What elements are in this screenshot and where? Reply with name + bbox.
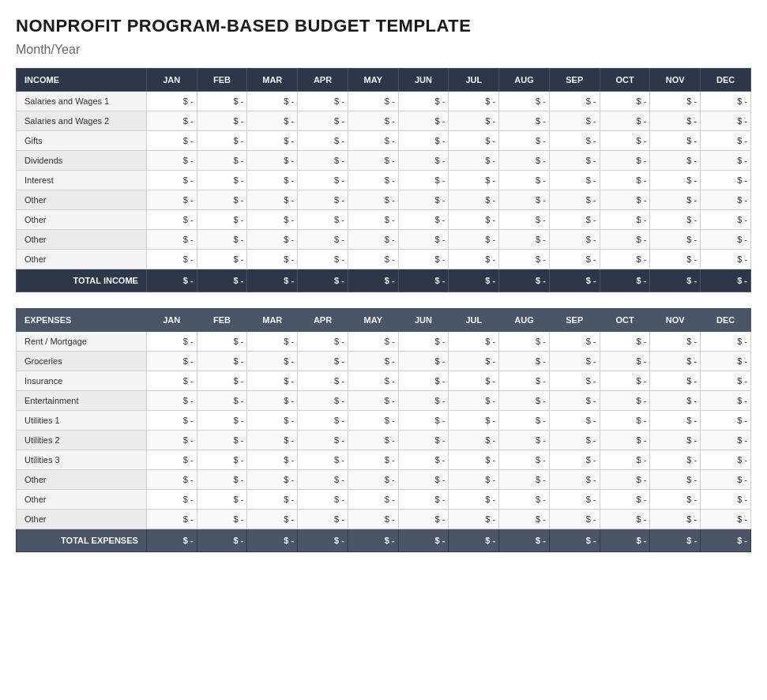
expenses-cell[interactable]: $ - — [398, 450, 449, 470]
expenses-cell[interactable]: $ - — [600, 411, 650, 431]
expenses-cell[interactable]: $ - — [348, 450, 398, 470]
expenses-cell[interactable]: $ - — [197, 510, 247, 529]
income-cell[interactable]: $ - — [499, 190, 550, 210]
income-cell[interactable]: $ - — [398, 151, 449, 171]
expenses-cell[interactable]: $ - — [398, 411, 449, 431]
expenses-cell[interactable]: $ - — [247, 470, 298, 490]
expenses-cell[interactable]: $ - — [499, 470, 550, 490]
income-cell[interactable]: $ - — [247, 92, 298, 111]
expenses-cell[interactable]: $ - — [600, 490, 650, 510]
total-income-cell[interactable]: $ - — [701, 269, 751, 292]
income-cell[interactable]: $ - — [549, 210, 600, 230]
income-cell[interactable]: $ - — [348, 171, 398, 190]
income-cell[interactable]: $ - — [247, 131, 298, 151]
expenses-cell[interactable]: $ - — [348, 352, 398, 371]
total-expenses-cell[interactable]: $ - — [298, 529, 348, 552]
expenses-cell[interactable]: $ - — [600, 332, 650, 352]
total-income-cell[interactable]: $ - — [650, 269, 701, 292]
expenses-cell[interactable]: $ - — [600, 352, 650, 371]
expenses-cell[interactable]: $ - — [197, 411, 247, 431]
expenses-cell[interactable]: $ - — [449, 450, 499, 470]
income-cell[interactable]: $ - — [247, 210, 298, 230]
income-cell[interactable]: $ - — [197, 210, 247, 230]
expenses-cell[interactable]: $ - — [701, 332, 751, 352]
income-cell[interactable]: $ - — [398, 250, 449, 269]
income-cell[interactable]: $ - — [600, 111, 650, 131]
expenses-cell[interactable]: $ - — [650, 450, 701, 470]
income-cell[interactable]: $ - — [600, 92, 650, 111]
total-income-cell[interactable]: $ - — [247, 269, 298, 292]
expenses-cell[interactable]: $ - — [197, 470, 247, 490]
income-cell[interactable]: $ - — [197, 151, 247, 171]
total-income-cell[interactable]: $ - — [398, 269, 449, 292]
income-cell[interactable]: $ - — [398, 171, 449, 190]
expenses-cell[interactable]: $ - — [701, 470, 751, 490]
expenses-cell[interactable]: $ - — [600, 470, 650, 490]
total-income-cell[interactable]: $ - — [197, 269, 247, 292]
total-income-cell[interactable]: $ - — [348, 269, 398, 292]
income-cell[interactable]: $ - — [146, 92, 197, 111]
expenses-cell[interactable]: $ - — [499, 391, 550, 411]
income-cell[interactable]: $ - — [650, 131, 701, 151]
income-cell[interactable]: $ - — [449, 111, 499, 131]
expenses-cell[interactable]: $ - — [549, 431, 600, 450]
expenses-cell[interactable]: $ - — [600, 371, 650, 391]
income-cell[interactable]: $ - — [449, 210, 499, 230]
income-cell[interactable]: $ - — [247, 171, 298, 190]
total-expenses-cell[interactable]: $ - — [549, 529, 600, 552]
total-expenses-cell[interactable]: $ - — [247, 529, 298, 552]
income-cell[interactable]: $ - — [650, 250, 701, 269]
expenses-cell[interactable]: $ - — [449, 411, 499, 431]
total-income-cell[interactable]: $ - — [146, 269, 197, 292]
expenses-cell[interactable]: $ - — [146, 510, 197, 529]
expenses-cell[interactable]: $ - — [701, 391, 751, 411]
expenses-cell[interactable]: $ - — [449, 510, 499, 529]
expenses-cell[interactable]: $ - — [298, 352, 348, 371]
income-cell[interactable]: $ - — [701, 92, 751, 111]
expenses-cell[interactable]: $ - — [600, 450, 650, 470]
income-cell[interactable]: $ - — [398, 111, 449, 131]
income-cell[interactable]: $ - — [298, 92, 348, 111]
total-expenses-cell[interactable]: $ - — [650, 529, 701, 552]
income-cell[interactable]: $ - — [146, 151, 197, 171]
income-cell[interactable]: $ - — [499, 111, 550, 131]
expenses-cell[interactable]: $ - — [197, 490, 247, 510]
income-cell[interactable]: $ - — [146, 190, 197, 210]
income-cell[interactable]: $ - — [348, 92, 398, 111]
expenses-cell[interactable]: $ - — [600, 391, 650, 411]
total-expenses-cell[interactable]: $ - — [197, 529, 247, 552]
income-cell[interactable]: $ - — [197, 92, 247, 111]
expenses-cell[interactable]: $ - — [298, 411, 348, 431]
income-cell[interactable]: $ - — [701, 250, 751, 269]
income-cell[interactable]: $ - — [499, 230, 550, 250]
expenses-cell[interactable]: $ - — [247, 510, 298, 529]
income-cell[interactable]: $ - — [197, 250, 247, 269]
expenses-cell[interactable]: $ - — [146, 450, 197, 470]
income-cell[interactable]: $ - — [348, 230, 398, 250]
income-cell[interactable]: $ - — [549, 230, 600, 250]
expenses-cell[interactable]: $ - — [600, 510, 650, 529]
income-cell[interactable]: $ - — [146, 230, 197, 250]
expenses-cell[interactable]: $ - — [499, 490, 550, 510]
income-cell[interactable]: $ - — [449, 250, 499, 269]
income-cell[interactable]: $ - — [650, 190, 701, 210]
expenses-cell[interactable]: $ - — [197, 391, 247, 411]
income-cell[interactable]: $ - — [298, 171, 348, 190]
income-cell[interactable]: $ - — [499, 92, 550, 111]
income-cell[interactable]: $ - — [600, 230, 650, 250]
income-cell[interactable]: $ - — [650, 151, 701, 171]
total-expenses-cell[interactable]: $ - — [449, 529, 499, 552]
income-cell[interactable]: $ - — [348, 131, 398, 151]
expenses-cell[interactable]: $ - — [298, 391, 348, 411]
income-cell[interactable]: $ - — [197, 131, 247, 151]
total-income-cell[interactable]: $ - — [549, 269, 600, 292]
income-cell[interactable]: $ - — [701, 151, 751, 171]
expenses-cell[interactable]: $ - — [549, 490, 600, 510]
total-expenses-cell[interactable]: $ - — [348, 529, 398, 552]
expenses-cell[interactable]: $ - — [549, 411, 600, 431]
income-cell[interactable]: $ - — [298, 131, 348, 151]
expenses-cell[interactable]: $ - — [348, 510, 398, 529]
expenses-cell[interactable]: $ - — [197, 450, 247, 470]
total-expenses-cell[interactable]: $ - — [499, 529, 550, 552]
income-cell[interactable]: $ - — [701, 190, 751, 210]
